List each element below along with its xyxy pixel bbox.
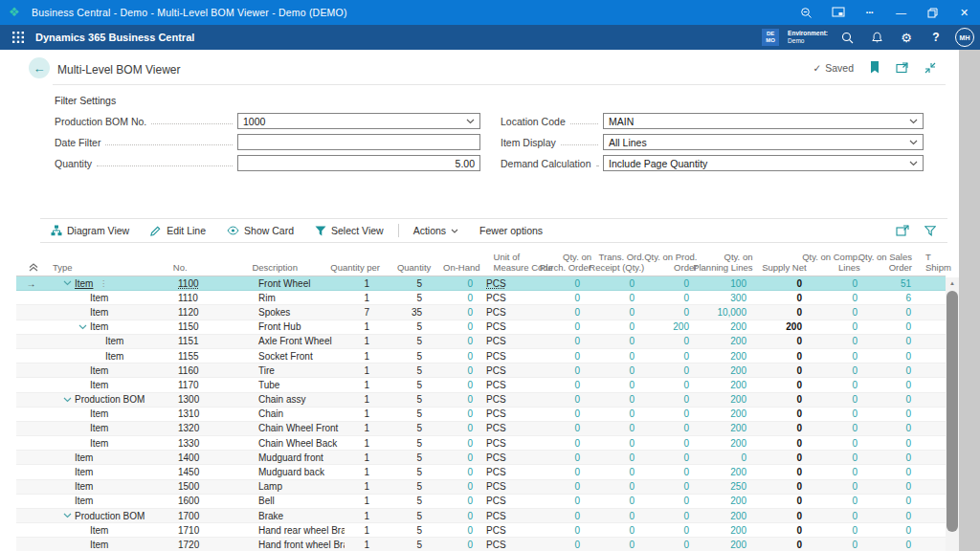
cell-type[interactable]: Item [46, 465, 170, 478]
notifications-bell-icon[interactable] [866, 27, 887, 48]
demand-calculation-input[interactable]: Include Page Quantity [603, 155, 924, 171]
table-row[interactable]: Item1151Axle Front Wheel150PCS000200000 [16, 335, 946, 349]
cell-on-hand[interactable]: 0 [428, 393, 479, 407]
cell-trans-ord-receipt[interactable]: 0 [586, 480, 640, 494]
cell-trans-ord-receipt[interactable]: 0 [586, 436, 640, 450]
cell-qty-planning-lines[interactable]: 0 [695, 451, 752, 464]
column-header-partial[interactable]: TShipm [918, 246, 946, 276]
avatar[interactable]: MH [955, 28, 974, 47]
cell-qty-planning-lines[interactable]: 200 [695, 538, 752, 551]
edit-line-button[interactable]: Edit Line [140, 219, 216, 242]
column-header-uom[interactable]: Unit ofMeasure Code [486, 246, 547, 276]
date-filter-input[interactable] [237, 134, 480, 150]
cell-qty-planning-lines[interactable]: 300 [695, 291, 752, 304]
column-header-type[interactable]: Type [45, 246, 166, 276]
cell-uom[interactable]: PCS [479, 436, 534, 450]
cell-on-hand[interactable]: 0 [428, 408, 479, 421]
cell-qty-comp-lines[interactable]: 0 [808, 422, 863, 435]
cell-qty-prod-order[interactable]: 0 [640, 378, 695, 391]
cell-qty-planning-lines[interactable]: 200 [695, 320, 752, 334]
select-view-button[interactable]: Select View [304, 219, 394, 242]
cell-trans-ord-receipt[interactable]: 0 [586, 320, 640, 334]
cell-qty-prod-order[interactable]: 0 [640, 465, 695, 478]
cell-uom[interactable]: PCS [479, 320, 534, 334]
cell-trans-ord-receipt[interactable]: 0 [586, 509, 640, 522]
cell-no[interactable]: 1151 [170, 335, 244, 348]
cell-uom[interactable]: PCS [479, 465, 534, 478]
expand-chevron-icon[interactable] [59, 397, 75, 403]
cell-qty-comp-lines[interactable]: 0 [808, 393, 863, 407]
zoom-out-icon[interactable] [791, 0, 822, 25]
cell-qty-purch-order[interactable]: 0 [534, 451, 586, 464]
cell-trans-ord-receipt[interactable]: 0 [586, 495, 640, 508]
cell-qty-comp-lines[interactable]: 0 [808, 364, 863, 377]
cell-qty-sales-order[interactable]: 0 [863, 523, 917, 537]
close-icon[interactable]: ✕ [948, 0, 980, 25]
cell-no[interactable]: 1710 [170, 523, 244, 537]
cell-type[interactable]: Item [46, 408, 170, 421]
cell-uom[interactable]: PCS [479, 523, 534, 537]
cell-no[interactable]: 1310 [170, 408, 244, 421]
table-row[interactable]: Item1400Mudguard front150PCS0000000 [16, 451, 946, 465]
cell-qty-prod-order[interactable]: 0 [640, 451, 695, 464]
table-row[interactable]: Item1155Socket Front150PCS000200000 [16, 349, 946, 364]
actions-menu-button[interactable]: Actions [403, 219, 469, 242]
cell-qty-planning-lines[interactable]: 200 [695, 378, 752, 391]
cell-no[interactable]: 1720 [170, 538, 244, 551]
table-row[interactable]: Production BOM1300Chain assy150PCS000200… [16, 393, 946, 408]
cell-qty-sales-order[interactable]: 0 [863, 436, 917, 450]
diagram-view-button[interactable]: Diagram View [40, 219, 140, 242]
cell-qty-prod-order[interactable]: 0 [640, 523, 695, 537]
cell-on-hand[interactable]: 0 [428, 465, 479, 478]
item-display-input[interactable]: All Lines [603, 134, 924, 150]
table-row[interactable]: Item1160Tire150PCS000200000 [16, 364, 946, 378]
expand-chevron-icon[interactable] [59, 280, 75, 286]
table-row[interactable]: Item1170Tube150PCS000200000 [16, 378, 946, 392]
cell-on-hand[interactable]: 0 [428, 349, 479, 363]
cell-qty-planning-lines[interactable]: 250 [695, 480, 752, 494]
cell-qty-planning-lines[interactable]: 200 [695, 422, 752, 435]
cell-qty-sales-order[interactable]: 6 [863, 291, 917, 304]
cell-on-hand[interactable]: 0 [428, 480, 479, 494]
cell-qty-comp-lines[interactable]: 0 [808, 509, 863, 522]
more-options-icon[interactable]: ··· [854, 0, 885, 25]
cell-no[interactable]: 1300 [170, 393, 244, 407]
cell-qty-comp-lines[interactable]: 0 [808, 408, 863, 421]
scroll-up-arrow[interactable]: ▲ [946, 277, 959, 289]
cell-uom[interactable]: PCS [479, 291, 534, 304]
cell-qty-prod-order[interactable]: 0 [640, 335, 695, 348]
cell-no[interactable]: 1120 [170, 305, 244, 319]
cell-uom[interactable]: PCS [479, 276, 534, 290]
column-header-quantity[interactable]: Quantity [386, 246, 436, 276]
cell-qty-purch-order[interactable]: 0 [534, 393, 586, 407]
cell-no[interactable]: 1330 [170, 436, 244, 450]
cell-uom[interactable]: PCS [479, 509, 534, 522]
cell-qty-purch-order[interactable]: 0 [534, 436, 586, 450]
table-row[interactable]: Item1600Bell150PCS000200000 [16, 495, 946, 509]
cell-uom[interactable]: PCS [479, 422, 534, 435]
cell-on-hand[interactable]: 0 [428, 335, 479, 348]
cell-no[interactable]: 1600 [170, 495, 244, 508]
cell-no[interactable]: 1170 [170, 378, 244, 391]
table-row[interactable]: Item1710Hand rear wheel Brake150PCS00020… [16, 523, 946, 538]
cell-on-hand[interactable]: 0 [428, 495, 479, 508]
cell-qty-sales-order[interactable]: 0 [863, 480, 917, 494]
cell-qty-planning-lines[interactable]: 200 [695, 495, 752, 508]
cell-no[interactable]: 1110 [170, 291, 244, 304]
app-name[interactable]: Dynamics 365 Business Central [35, 32, 194, 43]
cell-qty-planning-lines[interactable]: 200 [695, 465, 752, 478]
cell-qty-prod-order[interactable]: 0 [640, 408, 695, 421]
cell-qty-sales-order[interactable]: 51 [863, 276, 917, 290]
location-code-input[interactable]: MAIN [603, 113, 924, 129]
cell-uom[interactable]: PCS [479, 393, 534, 407]
cell-qty-comp-lines[interactable]: 0 [808, 349, 863, 363]
cell-type[interactable]: Item [46, 480, 170, 494]
cell-qty-planning-lines[interactable]: 10,000 [695, 305, 752, 319]
cell-qty-sales-order[interactable]: 0 [863, 349, 917, 363]
cell-uom[interactable]: PCS [479, 495, 534, 508]
cell-no[interactable]: 1155 [170, 349, 244, 363]
cell-trans-ord-receipt[interactable]: 0 [586, 335, 640, 348]
cell-trans-ord-receipt[interactable]: 0 [586, 349, 640, 363]
cell-qty-prod-order[interactable]: 0 [640, 305, 695, 319]
environment-badge[interactable]: DE MO [762, 29, 779, 46]
